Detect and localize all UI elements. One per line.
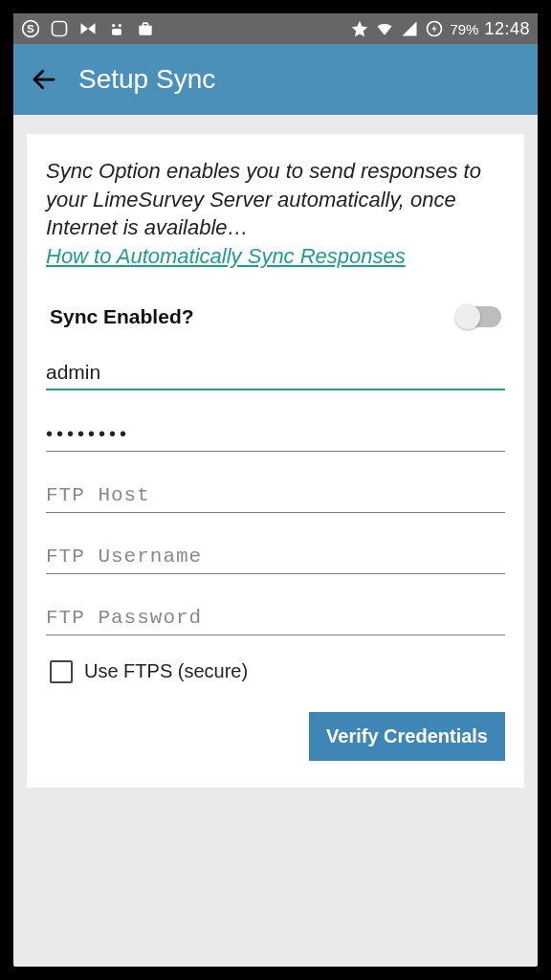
ftp-host-field-wrap: [46, 480, 505, 513]
app-bar: Setup Sync: [13, 44, 538, 115]
battery-percent: 79%: [450, 21, 478, 37]
svg-rect-7: [143, 23, 148, 26]
username-field-wrap: [46, 357, 505, 390]
status-bar: S: [13, 13, 538, 44]
intro-text-block: Sync Option enables you to send response…: [46, 157, 505, 271]
clock-time: 12:48: [484, 19, 530, 39]
svg-point-4: [119, 24, 121, 27]
briefcase-icon: [136, 19, 155, 38]
cyanogen-icon: [107, 19, 126, 38]
button-row: Verify Credentials: [46, 712, 505, 761]
wifi-icon: [375, 19, 394, 38]
sync-enabled-label: Sync Enabled?: [50, 305, 194, 328]
use-ftps-checkbox[interactable]: [50, 660, 73, 683]
ftp-password-input[interactable]: [46, 607, 505, 629]
ftp-username-field-wrap: [46, 542, 505, 574]
status-bar-right: 79% 12:48: [350, 19, 530, 39]
bowtie-icon: [78, 19, 98, 38]
intro-text: Sync Option enables you to send response…: [46, 159, 481, 239]
screen: S: [13, 13, 538, 967]
back-button[interactable]: [27, 62, 61, 97]
password-input[interactable]: [46, 423, 505, 445]
rounded-square-icon: [50, 19, 69, 38]
sync-enabled-toggle[interactable]: [457, 306, 501, 327]
password-field-wrap: [46, 419, 505, 452]
ftp-username-input[interactable]: [46, 546, 505, 568]
battery-circle-icon: [425, 19, 444, 38]
ftp-host-input[interactable]: [46, 484, 505, 506]
cell-signal-icon: [400, 19, 419, 38]
how-to-sync-link[interactable]: How to Automatically Sync Responses: [46, 244, 406, 268]
content-area: Sync Option enables you to send response…: [13, 115, 538, 967]
sync-enabled-row: Sync Enabled?: [46, 305, 505, 328]
toggle-knob: [455, 304, 480, 329]
skype-icon: S: [21, 19, 40, 38]
use-ftps-label: Use FTPS (secure): [84, 660, 248, 682]
verify-credentials-button[interactable]: Verify Credentials: [309, 712, 505, 761]
device-frame: S: [0, 0, 551, 980]
use-ftps-row: Use FTPS (secure): [46, 660, 505, 683]
svg-rect-2: [53, 22, 67, 36]
page-title: Setup Sync: [78, 64, 215, 95]
status-bar-left: S: [21, 19, 155, 38]
ftp-password-field-wrap: [46, 603, 505, 635]
svg-text:S: S: [27, 22, 34, 34]
star-icon: [350, 19, 369, 38]
username-input[interactable]: [46, 361, 505, 384]
svg-point-3: [112, 24, 115, 27]
settings-card: Sync Option enables you to send response…: [27, 134, 524, 788]
svg-rect-5: [112, 29, 121, 35]
arrow-left-icon: [30, 65, 58, 94]
